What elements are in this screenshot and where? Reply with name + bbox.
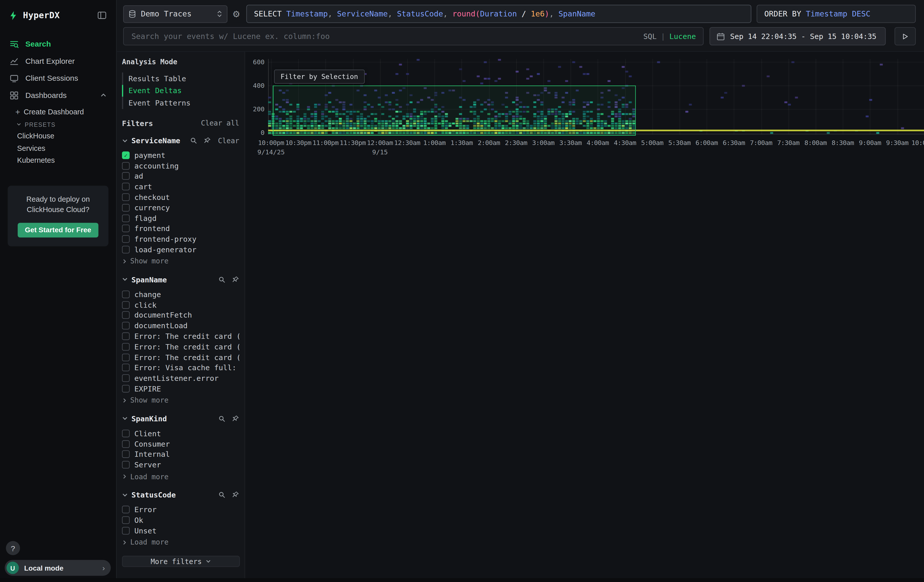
preset-kubernetes[interactable]: Kubernetes [0, 154, 116, 167]
filter-option-consumer[interactable]: Consumer [122, 439, 239, 449]
checkbox-icon[interactable] [122, 246, 130, 253]
checkbox-icon[interactable] [122, 312, 130, 319]
checkbox-icon[interactable]: ✓ [122, 151, 130, 159]
filter-option-currency[interactable]: currency [122, 203, 239, 213]
analysis-mode-option-event-patterns[interactable]: Event Patterns [122, 97, 239, 109]
checkbox-icon[interactable] [122, 301, 130, 308]
filter-option-server[interactable]: Server [122, 460, 239, 470]
settings-gear-button[interactable]: ⚙ [229, 5, 244, 23]
clear-all-link[interactable]: Clear all [201, 119, 239, 127]
filter-option-expire[interactable]: EXPIRE [122, 383, 239, 394]
checkbox-icon[interactable] [122, 225, 130, 232]
checkbox-icon[interactable] [122, 235, 130, 243]
checkbox-icon[interactable] [122, 183, 130, 191]
filter-option-ok[interactable]: Ok [122, 515, 239, 525]
checkbox-icon[interactable] [122, 204, 130, 211]
pin-icon[interactable] [231, 276, 239, 284]
search-icon[interactable] [218, 276, 226, 284]
time-range-picker[interactable]: Sep 14 22:04:35 - Sep 15 10:04:35 [710, 27, 886, 45]
create-dashboard-button[interactable]: + Create Dashboard [0, 106, 116, 119]
sidebar-item-client-sessions[interactable]: Client Sessions [0, 69, 116, 87]
sidebar-item-dashboards[interactable]: Dashboards [0, 87, 116, 104]
analysis-mode-option-results-table[interactable]: Results Table [122, 73, 239, 84]
filter-option-load-generator[interactable]: load-generator [122, 244, 239, 255]
load-more-link[interactable]: Load more [122, 471, 239, 482]
filter-option-error-the-credit-card[interactable]: Error: The credit card (… [122, 352, 239, 362]
get-started-button[interactable]: Get Started for Free [18, 223, 98, 237]
search-input[interactable] [123, 27, 704, 45]
sql-mode-toggle[interactable]: SQL [644, 32, 657, 41]
filter-option-ad[interactable]: ad [122, 171, 239, 181]
checkbox-icon[interactable] [122, 516, 130, 524]
filter-group-title[interactable]: SpanKind [131, 414, 167, 423]
checkbox-icon[interactable] [122, 385, 130, 392]
pin-icon[interactable] [231, 415, 239, 422]
pin-icon[interactable] [203, 137, 211, 144]
checkbox-icon[interactable] [122, 214, 130, 222]
help-button[interactable]: ? [6, 541, 20, 555]
filter-option-eventlistener-error[interactable]: eventListener.error [122, 373, 239, 383]
sidebar-item-search[interactable]: Search [0, 35, 116, 53]
presets-toggle[interactable]: PRESETS [0, 119, 116, 130]
filter-option-client[interactable]: Client [122, 428, 239, 439]
filter-option-frontend[interactable]: frontend [122, 223, 239, 234]
clear-filter-link[interactable]: Clear [218, 137, 239, 145]
filter-option-cart[interactable]: cart [122, 181, 239, 192]
chevron-down-icon[interactable] [122, 277, 128, 282]
sql-select-editor[interactable]: SELECT Timestamp, ServiceName, StatusCod… [246, 5, 751, 23]
checkbox-icon[interactable] [122, 343, 130, 350]
filter-option-error-the-credit-card[interactable]: Error: The credit card (… [122, 331, 239, 341]
source-select[interactable]: Demo Traces [123, 5, 228, 23]
filter-option-click[interactable]: click [122, 300, 239, 310]
checkbox-icon[interactable] [122, 450, 130, 458]
filter-option-change[interactable]: change [122, 289, 239, 299]
filter-option-payment[interactable]: ✓payment [122, 150, 239, 160]
order-by-editor[interactable]: ORDER BY Timestamp DESC [757, 5, 916, 23]
preset-clickhouse[interactable]: ClickHouse [0, 130, 116, 142]
run-query-button[interactable] [895, 27, 916, 45]
hyperdx-logo[interactable]: HyperDX [8, 10, 96, 20]
pin-icon[interactable] [231, 491, 239, 498]
checkbox-icon[interactable] [122, 322, 130, 330]
filter-option-documentfetch[interactable]: documentFetch [122, 310, 239, 320]
checkbox-icon[interactable] [122, 374, 130, 382]
search-icon[interactable] [218, 491, 226, 498]
filter-option-accounting[interactable]: accounting [122, 160, 239, 171]
load-more-link[interactable]: Load more [122, 537, 239, 547]
user-menu[interactable]: U Local mode › [5, 560, 111, 576]
filter-option-error[interactable]: Error [122, 505, 239, 515]
checkbox-icon[interactable] [122, 353, 130, 361]
collapse-sidebar-icon[interactable] [96, 9, 108, 21]
show-more-link[interactable]: Show more [122, 395, 239, 406]
filter-by-selection-button[interactable]: Filter by Selection [274, 69, 365, 84]
checkbox-icon[interactable] [122, 172, 130, 180]
preset-services[interactable]: Services [0, 142, 116, 154]
checkbox-icon[interactable] [122, 461, 130, 469]
filter-group-title[interactable]: StatusCode [131, 490, 176, 499]
checkbox-icon[interactable] [122, 429, 130, 437]
filter-option-flagd[interactable]: flagd [122, 213, 239, 223]
checkbox-icon[interactable] [122, 440, 130, 448]
checkbox-icon[interactable] [122, 162, 130, 170]
lucene-mode-toggle[interactable]: Lucene [669, 32, 696, 41]
filter-option-documentload[interactable]: documentLoad [122, 321, 239, 331]
search-icon[interactable] [218, 415, 226, 422]
filter-option-unset[interactable]: Unset [122, 525, 239, 536]
checkbox-icon[interactable] [122, 193, 130, 201]
checkbox-icon[interactable] [122, 527, 130, 534]
checkbox-icon[interactable] [122, 333, 130, 340]
analysis-mode-option-event-deltas[interactable]: Event Deltas [122, 84, 239, 97]
checkbox-icon[interactable] [122, 506, 130, 513]
chart-selection[interactable] [273, 86, 636, 136]
more-filters-button[interactable]: More filters [122, 556, 240, 567]
filter-group-title[interactable]: ServiceName [131, 136, 180, 145]
search-icon[interactable] [190, 137, 197, 144]
chevron-down-icon[interactable] [122, 416, 128, 422]
filter-option-frontend-proxy[interactable]: frontend-proxy [122, 234, 239, 244]
filter-option-internal[interactable]: Internal [122, 449, 239, 460]
checkbox-icon[interactable] [122, 290, 130, 298]
filter-group-title[interactable]: SpanName [131, 275, 167, 284]
filter-option-error-the-credit-card[interactable]: Error: The credit card (… [122, 341, 239, 352]
show-more-link[interactable]: Show more [122, 256, 239, 267]
filter-option-checkout[interactable]: checkout [122, 192, 239, 203]
